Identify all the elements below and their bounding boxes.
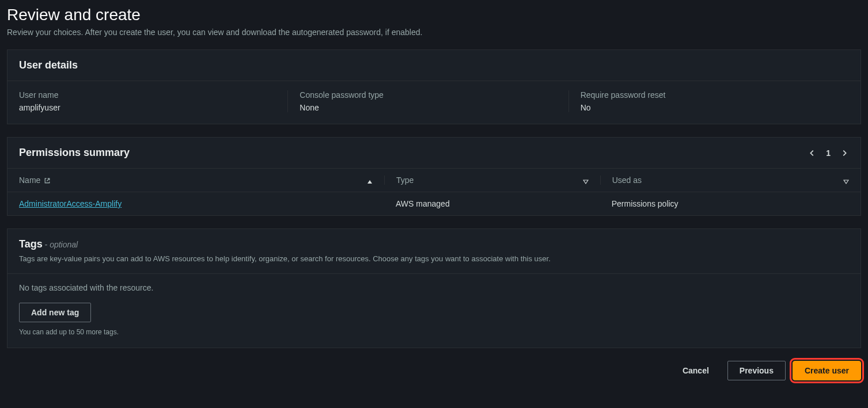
user-name-field: User name amplifyuser xyxy=(19,90,287,112)
external-link-icon xyxy=(44,177,51,184)
column-used-as-header[interactable]: Used as xyxy=(600,176,849,185)
permissions-panel: Permissions summary 1 Name xyxy=(7,137,861,216)
filter-icon xyxy=(583,177,589,183)
tags-description: Tags are key-value pairs you can add to … xyxy=(19,254,849,264)
password-type-value: None xyxy=(300,103,556,112)
password-reset-field: Require password reset No xyxy=(568,90,849,112)
tags-title: Tags - optional xyxy=(19,238,849,250)
pager-page-number: 1 xyxy=(826,148,831,158)
pager-prev-icon[interactable] xyxy=(808,148,817,158)
sort-asc-icon xyxy=(367,177,373,183)
permissions-header: Permissions summary 1 xyxy=(7,138,861,169)
tags-empty-text: No tags associated with the resource. xyxy=(19,283,849,292)
create-user-button[interactable]: Create user xyxy=(793,361,861,380)
column-used-as-label: Used as xyxy=(612,176,642,185)
permissions-title: Permissions summary xyxy=(19,147,130,159)
cancel-button[interactable]: Cancel xyxy=(671,361,721,380)
password-reset-label: Require password reset xyxy=(581,90,837,100)
user-name-value: amplifyuser xyxy=(19,103,276,112)
page-title: Review and create xyxy=(7,6,861,24)
filter-icon xyxy=(843,177,849,183)
tags-title-text: Tags xyxy=(19,238,43,250)
table-row: AdministratorAccess-Amplify AWS managed … xyxy=(7,192,861,215)
tags-optional-text: - optional xyxy=(43,240,78,249)
footer-actions: Cancel Previous Create user xyxy=(7,361,861,380)
page-subtitle: Review your choices. After you create th… xyxy=(7,28,861,37)
svg-marker-0 xyxy=(367,180,372,184)
user-details-header: User details xyxy=(7,50,861,81)
svg-marker-1 xyxy=(583,180,588,184)
policy-used-as: Permissions policy xyxy=(600,199,849,208)
tags-helper-text: You can add up to 50 more tags. xyxy=(19,328,849,336)
user-details-title: User details xyxy=(19,59,78,71)
column-type-header[interactable]: Type xyxy=(384,176,600,185)
tags-header: Tags - optional Tags are key-value pairs… xyxy=(7,229,861,274)
permissions-table-head: Name Type Used as xyxy=(7,169,861,192)
policy-link[interactable]: AdministratorAccess-Amplify xyxy=(19,199,122,208)
pager-next-icon[interactable] xyxy=(840,148,849,158)
user-details-panel: User details User name amplifyuser Conso… xyxy=(7,49,861,124)
permissions-table: Name Type Used as xyxy=(7,169,861,215)
add-new-tag-button[interactable]: Add new tag xyxy=(19,303,91,322)
password-type-label: Console password type xyxy=(300,90,556,100)
password-type-field: Console password type None xyxy=(287,90,568,112)
policy-type: AWS managed xyxy=(384,199,600,208)
user-details-body: User name amplifyuser Console password t… xyxy=(7,81,861,124)
password-reset-value: No xyxy=(581,103,837,112)
user-name-label: User name xyxy=(19,90,276,100)
column-name-header[interactable]: Name xyxy=(19,176,384,185)
column-type-label: Type xyxy=(396,176,414,185)
svg-marker-2 xyxy=(844,180,848,184)
permissions-pager: 1 xyxy=(808,148,849,158)
tags-panel: Tags - optional Tags are key-value pairs… xyxy=(7,228,861,348)
column-name-label: Name xyxy=(19,176,40,185)
tags-body: No tags associated with the resource. Ad… xyxy=(7,274,861,348)
previous-button[interactable]: Previous xyxy=(727,361,786,380)
